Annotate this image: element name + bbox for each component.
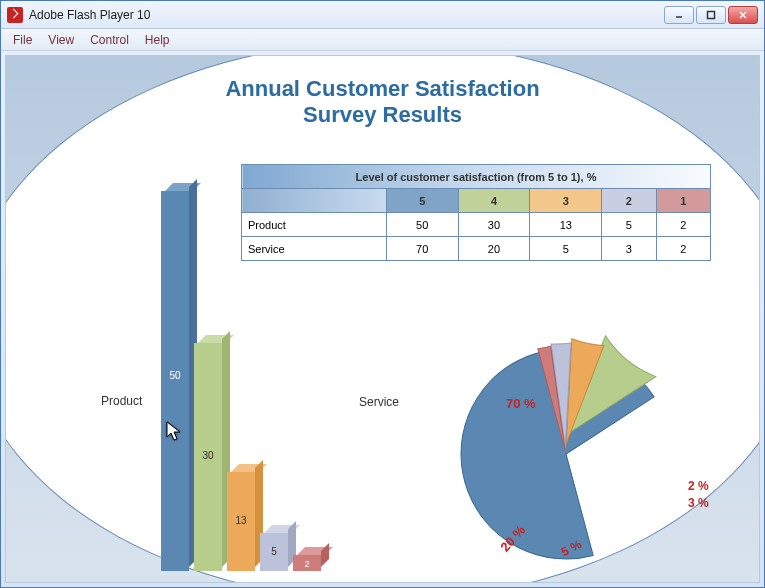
page-title: Annual Customer Satisfaction Survey Resu… [6, 76, 759, 129]
heading-line1: Annual Customer Satisfaction [6, 76, 759, 102]
bar-label-5: 50 [161, 370, 189, 381]
col-4: 4 [458, 189, 530, 213]
menu-help[interactable]: Help [137, 31, 178, 49]
bar-label-2: 5 [260, 546, 288, 557]
menu-file[interactable]: File [5, 31, 40, 49]
window-title: Adobe Flash Player 10 [29, 8, 664, 22]
maximize-button[interactable] [696, 6, 726, 24]
cell: 13 [530, 213, 602, 237]
flash-icon [7, 7, 23, 23]
cell: 30 [458, 213, 530, 237]
cell: 5 [530, 237, 602, 261]
service-pie-chart: 70 % 20 % 5 % 3 % 2 % [426, 336, 736, 576]
minimize-button[interactable] [664, 6, 694, 24]
cell: 70 [386, 237, 458, 261]
cell: 2 [656, 213, 711, 237]
cell: 3 [602, 237, 656, 261]
pie-label-1: 2 % [688, 479, 709, 493]
pie-chart-label: Service [359, 395, 399, 409]
col-1: 1 [656, 189, 711, 213]
bar-label-3: 13 [227, 515, 255, 526]
close-button[interactable] [728, 6, 758, 24]
pie-label-2: 3 % [688, 496, 709, 510]
content-area: Annual Customer Satisfaction Survey Resu… [5, 55, 760, 583]
cell: 2 [656, 237, 711, 261]
menu-view[interactable]: View [40, 31, 82, 49]
app-window: Adobe Flash Player 10 File View Control … [0, 0, 765, 588]
bar-label-4: 30 [194, 450, 222, 461]
pie-label-5: 70 % [506, 396, 536, 411]
col-5: 5 [386, 189, 458, 213]
svg-rect-1 [708, 11, 715, 18]
cell: 50 [386, 213, 458, 237]
menu-bar: File View Control Help [1, 29, 764, 51]
col-3: 3 [530, 189, 602, 213]
cell: 5 [602, 213, 656, 237]
heading-line2: Survey Results [6, 102, 759, 128]
col-2: 2 [602, 189, 656, 213]
title-bar[interactable]: Adobe Flash Player 10 [1, 1, 764, 29]
menu-control[interactable]: Control [82, 31, 137, 49]
bar-label-1: 2 [293, 559, 321, 569]
cell: 20 [458, 237, 530, 261]
product-bar-chart: 50 30 13 5 2 [161, 181, 341, 571]
bar-chart-label: Product [101, 394, 142, 408]
